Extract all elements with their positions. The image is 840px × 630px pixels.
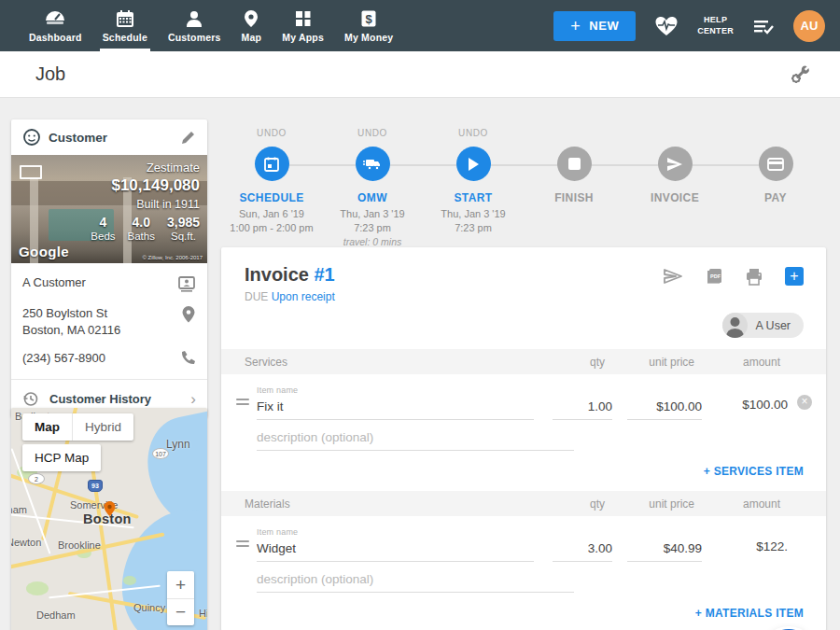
- materials-band: Materials qty unit price amount: [221, 491, 826, 516]
- new-button[interactable]: + NEW: [553, 11, 636, 41]
- customer-name: A Customer: [22, 274, 86, 291]
- nav-label: My Money: [344, 32, 393, 43]
- nav-label: Dashboard: [29, 32, 82, 43]
- nav-items: Dashboard Schedule Customers Map My Apps…: [19, 0, 403, 51]
- material-unit-price-input[interactable]: [627, 537, 702, 562]
- service-unit-price-input[interactable]: [627, 395, 702, 420]
- route-shield: 2: [28, 473, 45, 484]
- item-name-label: Item name: [257, 527, 534, 537]
- material-qty-input[interactable]: [553, 537, 612, 562]
- invoice-number[interactable]: #1: [314, 264, 334, 285]
- beds-value: 4: [91, 215, 115, 230]
- material-amount: $122.: [707, 539, 788, 562]
- map-label: Lynn: [166, 438, 190, 451]
- service-qty-field: [553, 395, 612, 420]
- finish-step-button[interactable]: [557, 147, 592, 181]
- service-qty-input[interactable]: [553, 395, 612, 420]
- section-name: Materials: [245, 497, 526, 511]
- nav-item-dashboard[interactable]: Dashboard: [19, 0, 92, 51]
- material-description-field: [257, 567, 574, 593]
- invoice-header: Invoice #1 DUE Upon receipt PDF +: [221, 264, 826, 303]
- service-description-input[interactable]: [257, 426, 574, 451]
- undo-link[interactable]: UNDO: [357, 128, 387, 145]
- customer-name-row: A Customer: [22, 274, 196, 293]
- new-button-label: NEW: [589, 19, 619, 33]
- nav-item-my-money[interactable]: $ My Money: [334, 0, 403, 51]
- streetview-icon[interactable]: [20, 165, 42, 179]
- material-description-input[interactable]: [257, 567, 574, 593]
- customer-address-row: 250 Boylston StBoston, MA 02116: [22, 305, 196, 338]
- undo-link[interactable]: UNDO: [458, 128, 488, 145]
- amount-header: amount: [700, 497, 780, 511]
- nav-item-customers[interactable]: Customers: [158, 0, 231, 51]
- phone-icon[interactable]: [179, 350, 196, 367]
- user-avatar[interactable]: AU: [793, 10, 825, 42]
- sqft-label: Sq.ft.: [167, 231, 200, 242]
- timeline-step-omw: UNDO OMW Thu, Jan 3 '197:23 pm travel: 0…: [322, 128, 423, 247]
- location-pin-icon[interactable]: [181, 305, 196, 324]
- step-label: OMW: [357, 191, 387, 204]
- contact-card-icon[interactable]: [177, 274, 196, 293]
- send-invoice-icon[interactable]: [663, 268, 683, 285]
- start-step-button[interactable]: [456, 147, 491, 181]
- drag-handle[interactable]: [236, 538, 249, 550]
- person-icon: [184, 9, 204, 28]
- timeline-step-finish: FINISH: [524, 128, 624, 247]
- zoom-in-button[interactable]: +: [167, 571, 194, 598]
- page-title: Job: [35, 63, 65, 85]
- map-widget[interactable]: Burlington Lynn Somerville Boston Waltha…: [11, 408, 207, 630]
- pdf-icon[interactable]: PDF: [705, 267, 723, 286]
- assignee-row: A User: [221, 313, 826, 338]
- zoom-out-button[interactable]: −: [167, 598, 194, 625]
- customer-phone-row: (234) 567-8900: [22, 350, 196, 367]
- map-label: Hi: [199, 608, 207, 619]
- help-center-link[interactable]: HELP CENTER: [697, 15, 734, 36]
- invoice-card: Invoice #1 DUE Upon receipt PDF + A User: [221, 247, 826, 630]
- built-year: Built in 1911: [91, 198, 200, 211]
- undo-link[interactable]: UNDO: [257, 128, 287, 145]
- print-icon[interactable]: [745, 268, 763, 286]
- top-nav: Dashboard Schedule Customers Map My Apps…: [0, 0, 840, 51]
- google-logo: Google: [19, 244, 69, 259]
- due-label: DUE: [245, 290, 268, 303]
- plus-icon: +: [570, 18, 581, 35]
- property-stats: 4Beds 4.0Baths 3,985Sq.ft.: [91, 215, 200, 242]
- nav-label: Schedule: [103, 32, 147, 43]
- nav-item-schedule[interactable]: Schedule: [92, 0, 158, 51]
- stop-icon: [568, 158, 581, 170]
- add-services-item-link[interactable]: + SERVICES ITEM: [221, 451, 826, 489]
- omw-step-button[interactable]: [356, 147, 390, 181]
- service-unit-price-field: [627, 395, 702, 420]
- nav-label: My Apps: [282, 32, 324, 43]
- checklist-icon[interactable]: [752, 17, 775, 35]
- service-name-input[interactable]: [257, 395, 534, 420]
- unit-price-header: unit price: [620, 356, 694, 369]
- material-item-row: Item name $122.: [221, 527, 826, 562]
- baths-label: Baths: [128, 231, 155, 242]
- content-area: Customer Zestimate $10,149,080 Built in …: [0, 98, 840, 630]
- nav-item-my-apps[interactable]: My Apps: [272, 0, 334, 51]
- pay-step-button[interactable]: [759, 147, 793, 181]
- nav-item-map[interactable]: Map: [231, 0, 273, 51]
- property-photo[interactable]: Zestimate $10,149,080 Built in 1911 4Bed…: [11, 155, 207, 263]
- invoice-step-button[interactable]: [658, 147, 693, 181]
- history-clock-icon: [22, 391, 38, 407]
- invoice-actions: PDF +: [663, 267, 804, 286]
- map-type-hybrid-button[interactable]: Hybrid: [72, 413, 133, 441]
- material-name-input[interactable]: [257, 537, 534, 562]
- add-invoice-button[interactable]: +: [785, 267, 804, 286]
- drag-handle[interactable]: [236, 396, 249, 408]
- map-pin-icon: [243, 9, 259, 28]
- assignee-name: A User: [755, 319, 791, 332]
- assignee-chip[interactable]: A User: [722, 313, 804, 338]
- schedule-step-button[interactable]: [255, 147, 289, 181]
- add-materials-item-link[interactable]: + MATERIALS ITEM: [221, 593, 826, 630]
- map-type-map-button[interactable]: Map: [22, 413, 72, 441]
- map-label: Newton: [11, 537, 41, 548]
- remove-item-icon[interactable]: ×: [797, 395, 812, 410]
- map-type-hcp-button[interactable]: HCP Map: [22, 444, 101, 471]
- job-settings-icon[interactable]: [790, 64, 810, 85]
- due-value-link[interactable]: Upon receipt: [272, 290, 335, 303]
- edit-pencil-icon[interactable]: [180, 130, 196, 146]
- health-heart-icon[interactable]: [654, 15, 679, 37]
